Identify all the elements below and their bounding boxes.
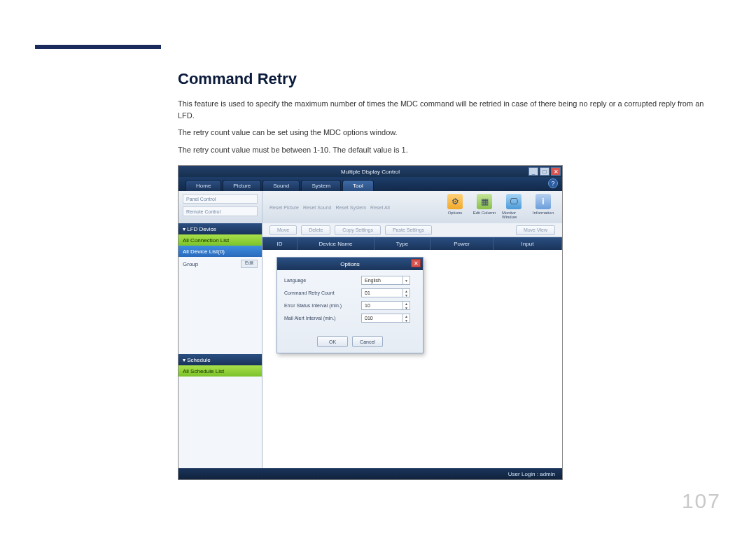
language-row: Language English ▼ [284, 276, 416, 285]
reset-all-label[interactable]: Reset All [370, 205, 390, 210]
description-p3: The retry count value must be between 1-… [178, 144, 721, 156]
statusbar: User Login : admin [178, 468, 562, 479]
language-dropdown[interactable]: English ▼ [361, 276, 410, 285]
error-label: Error Status Interval (min.) [284, 303, 361, 308]
columns-icon: ▦ [477, 194, 492, 209]
minimize-button[interactable]: _ [528, 167, 538, 176]
reset-system-label[interactable]: Reset System [336, 205, 367, 210]
information-label: Information [533, 211, 554, 215]
tab-home[interactable]: Home [186, 180, 221, 191]
spinner-icon: ▲▼ [402, 289, 410, 297]
maximize-button[interactable]: □ [540, 167, 550, 176]
info-icon: i [536, 194, 551, 209]
move-button[interactable]: Move [270, 225, 297, 235]
cancel-button[interactable]: Cancel [352, 336, 383, 347]
monitor-window-button[interactable]: 🖵 Monitor Window [502, 194, 526, 220]
gear-icon: ⚙ [447, 194, 463, 209]
col-type[interactable]: Type [374, 237, 430, 250]
error-spinner[interactable]: 10 ▲▼ [361, 301, 410, 310]
tab-bar: Home Picture Sound System Tool ? [178, 177, 562, 191]
column-headers: ID Device Name Type Power Input [262, 237, 562, 250]
chevron-down-icon: ▼ [402, 276, 410, 284]
main-area: Move Delete Copy Settings Paste Settings… [262, 223, 562, 468]
sidebar-schedule[interactable]: ▾ Schedule [178, 354, 262, 365]
monitor-icon: 🖵 [506, 194, 522, 209]
delete-button[interactable]: Delete [301, 225, 330, 235]
tab-system[interactable]: System [301, 180, 341, 191]
toolbar-left: Panel Control Remote Control [178, 191, 262, 223]
titlebar: Multiple Display Control _ □ ✕ [178, 166, 562, 177]
col-power[interactable]: Power [430, 237, 493, 250]
error-row: Error Status Interval (min.) 10 ▲▼ [284, 301, 416, 310]
panel-control-item[interactable]: Panel Control [183, 194, 258, 204]
language-value: English [365, 278, 381, 283]
retry-spinner[interactable]: 01 ▲▼ [361, 288, 410, 297]
sidebar-all-device-list[interactable]: All Device List(0) [178, 246, 262, 257]
error-value: 10 [365, 303, 370, 308]
edit-column-label: Edit Column [473, 211, 496, 215]
spinner-icon: ▲▼ [402, 314, 410, 322]
body-area: ▾ LFD Device All Connection List All Dev… [178, 223, 562, 468]
tab-tool[interactable]: Tool [342, 180, 374, 191]
reset-sound-label[interactable]: Reset Sound [303, 205, 331, 210]
group-label: Group [183, 261, 198, 267]
tab-picture[interactable]: Picture [223, 180, 261, 191]
sidebar-all-connection-list[interactable]: All Connection List [178, 234, 262, 246]
dialog-title-text: Options [340, 261, 360, 267]
toolbar: Panel Control Remote Control Reset Pictu… [178, 191, 562, 223]
mail-value: 010 [365, 316, 373, 321]
titlebar-text: Multiple Display Control [341, 169, 400, 175]
content-area: Command Retry This feature is used to sp… [178, 70, 721, 480]
sidebar-lfd-device[interactable]: ▾ LFD Device [178, 223, 262, 234]
spinner-icon: ▲▼ [402, 302, 410, 309]
retry-row: Command Retry Count 01 ▲▼ [284, 288, 416, 297]
retry-value: 01 [365, 290, 370, 295]
language-label: Language [284, 278, 361, 283]
sidebar: ▾ LFD Device All Connection List All Dev… [178, 223, 262, 468]
dialog-close-button[interactable]: ✕ [411, 259, 421, 267]
page-heading: Command Retry [178, 70, 721, 88]
mail-label: Mail Alert Interval (min.) [284, 316, 361, 321]
group-edit-button[interactable]: Edit [241, 260, 258, 268]
dialog-buttons: OK Cancel [277, 332, 423, 353]
statusbar-text: User Login : admin [508, 471, 555, 477]
tab-sound[interactable]: Sound [262, 180, 300, 191]
side-rule [35, 45, 161, 49]
information-button[interactable]: i Information [531, 194, 555, 220]
sidebar-body: Group Edit [178, 257, 262, 354]
sidebar-all-schedule-list[interactable]: All Schedule List [178, 365, 262, 377]
sidebar-filler [178, 377, 262, 468]
description-p1: This feature is used to specify the maxi… [178, 98, 721, 121]
help-icon[interactable]: ? [548, 178, 558, 188]
window-buttons: _ □ ✕ [528, 167, 561, 176]
list-body: Options ✕ Language English ▼ [262, 250, 562, 468]
reset-picture-label[interactable]: Reset Picture [270, 205, 299, 210]
mail-spinner[interactable]: 010 ▲▼ [361, 314, 410, 323]
col-device-name[interactable]: Device Name [298, 237, 374, 250]
app-screenshot: Multiple Display Control _ □ ✕ Home Pict… [178, 165, 563, 480]
col-input[interactable]: Input [493, 237, 562, 250]
col-id[interactable]: ID [262, 237, 298, 250]
monitor-window-label: Monitor Window [502, 211, 526, 219]
dialog-titlebar: Options ✕ [277, 258, 423, 270]
page-number: 107 [682, 489, 721, 513]
options-label: Options [448, 211, 463, 215]
ok-button[interactable]: OK [317, 336, 348, 347]
paste-settings-button[interactable]: Paste Settings [385, 225, 432, 235]
remote-control-item[interactable]: Remote Control [183, 206, 258, 216]
options-dialog: Options ✕ Language English ▼ [276, 257, 424, 353]
dialog-body: Language English ▼ Command Retry Count 0… [277, 270, 423, 332]
button-row: Move Delete Copy Settings Paste Settings… [262, 223, 562, 237]
copy-settings-button[interactable]: Copy Settings [335, 225, 381, 235]
move-view-button[interactable]: Move View [516, 225, 555, 235]
toolbar-mid: Reset Picture Reset Sound Reset System R… [262, 191, 436, 223]
edit-column-button[interactable]: ▦ Edit Column [472, 194, 496, 220]
group-row: Group Edit [183, 260, 258, 268]
toolbar-right: ⚙ Options ▦ Edit Column 🖵 Monitor Window… [436, 191, 562, 223]
description-p2: The retry count value can be set using t… [178, 127, 721, 139]
mail-row: Mail Alert Interval (min.) 010 ▲▼ [284, 314, 416, 323]
options-button[interactable]: ⚙ Options [443, 194, 467, 220]
close-button[interactable]: ✕ [551, 167, 561, 176]
retry-label: Command Retry Count [284, 290, 361, 295]
